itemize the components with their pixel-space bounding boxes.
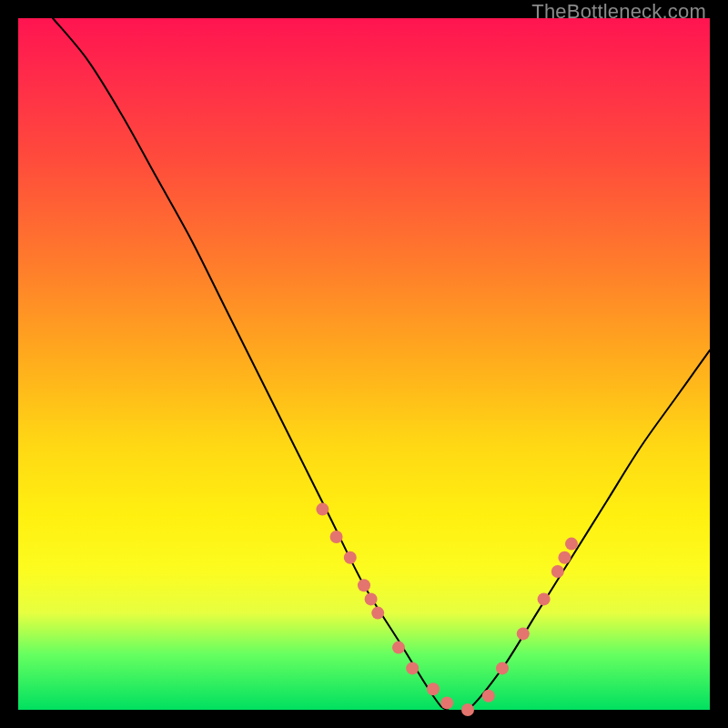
- threshold-marker: [565, 538, 578, 551]
- curve-svg: [18, 18, 710, 710]
- threshold-marker: [316, 503, 329, 516]
- threshold-marker: [406, 662, 419, 674]
- plot-area: [18, 18, 710, 710]
- threshold-marker: [496, 662, 509, 674]
- chart-frame: TheBottleneck.com: [0, 0, 728, 728]
- threshold-marker: [365, 592, 378, 605]
- threshold-marker: [538, 592, 551, 605]
- threshold-marker: [371, 607, 384, 620]
- threshold-marker: [344, 551, 357, 564]
- threshold-marker: [440, 696, 453, 709]
- threshold-marker: [427, 682, 440, 695]
- threshold-marker: [482, 690, 495, 703]
- threshold-marker: [551, 565, 564, 578]
- threshold-marker: [558, 551, 571, 564]
- threshold-marker: [358, 579, 370, 592]
- threshold-marker: [517, 627, 530, 640]
- threshold-marker: [330, 531, 343, 543]
- threshold-marker: [392, 642, 405, 654]
- threshold-marker: [461, 703, 474, 716]
